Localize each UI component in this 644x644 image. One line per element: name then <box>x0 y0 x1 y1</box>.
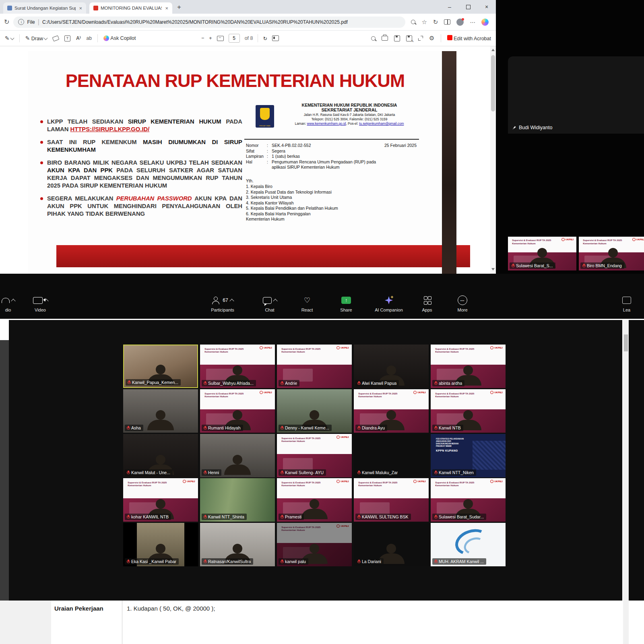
read-aloud-icon[interactable]: A⁾ <box>76 35 81 41</box>
mic-muted-icon <box>434 381 438 386</box>
sirup-link[interactable]: HTTPS://SIRUP.LKPP.GO.ID/ <box>70 126 150 132</box>
participant-tile[interactable]: Supervisi & Evaluasi RUP TA 2025Kementer… <box>277 478 352 522</box>
ai-companion-button[interactable]: AI Companion <box>368 295 410 312</box>
page-view-icon[interactable] <box>272 35 279 41</box>
participant-tile[interactable]: Kanwil_Papua_Kemen... <box>123 345 198 388</box>
info-icon[interactable]: i <box>18 19 24 25</box>
maximize-button[interactable] <box>459 0 477 14</box>
participant-name-tag: Alwi Kanwil Papua <box>355 380 399 386</box>
pdf-scrollbar[interactable] <box>490 46 496 274</box>
more-button[interactable]: More <box>442 295 483 312</box>
chat-icon <box>263 297 272 304</box>
slide-red-bar <box>56 245 470 267</box>
draw-tool[interactable]: ✎ Draw <box>25 35 47 41</box>
edit-with-acrobat-button[interactable]: Edit with Acrobat <box>447 35 491 41</box>
print-icon[interactable] <box>382 36 388 41</box>
leave-partial-button[interactable]: Lea <box>606 295 644 312</box>
scrollbar-thumb[interactable] <box>624 334 628 351</box>
participant-tile[interactable]: Supervisi & Evaluasi RUP TA 2025Kementer… <box>431 345 506 388</box>
participant-tile[interactable]: Kanwil NTT_Shinta <box>200 478 275 522</box>
select-tool-icon[interactable]: ✎ <box>5 35 14 41</box>
ukpbj-logo: UKPBJ <box>183 480 195 483</box>
participant-tile[interactable]: Asha <box>123 389 198 433</box>
fullscreen-icon[interactable] <box>418 36 423 41</box>
favorites-star-icon[interactable]: ☆ <box>421 19 427 26</box>
save-as-icon[interactable] <box>406 35 412 41</box>
participant-tile[interactable]: La Dariani <box>354 523 429 566</box>
participant-tile[interactable]: Supervisi & Evaluasi RUP TA 2025Kementer… <box>200 389 275 433</box>
participant-tile[interactable]: Supervisi & Evaluasi RUP TA 2025Kementer… <box>277 523 352 566</box>
participant-tile[interactable]: Supervisi & Evaluasi RUP TA 2025Kementer… <box>354 389 429 433</box>
eraser-icon[interactable] <box>52 35 60 41</box>
split-screen-icon[interactable] <box>444 19 450 25</box>
reload-icon[interactable]: ↻ <box>4 18 9 26</box>
participant-tile[interactable]: Denny - Kanwil Keme... <box>277 389 352 433</box>
shared-screen-scrollbar[interactable] <box>623 320 629 644</box>
share-button[interactable]: Share <box>325 295 367 312</box>
refresh-sync-icon[interactable]: ↻ <box>433 19 438 26</box>
participant-tile[interactable]: Ratnasari/KanwilSultra <box>200 523 275 566</box>
zoom-out-icon[interactable]: − <box>201 35 204 41</box>
letterhead-org: KEMENTERIAN HUKUM REPUBLIK INDONESIA <box>280 103 419 107</box>
mic-muted-icon <box>203 426 207 430</box>
chevron-up-icon[interactable] <box>229 299 234 303</box>
chevron-up-icon[interactable] <box>11 299 15 303</box>
participant-name-tag: KANWIL SULTENG BSK <box>355 514 411 520</box>
participant-tile[interactable]: Eka Kasi _Kanwil Pabar <box>123 523 198 566</box>
pdf-viewport[interactable]: PENATAAN RUP KEMENTERIAN HUKUM LKPP TELA… <box>0 46 496 274</box>
copilot-icon[interactable] <box>481 19 489 26</box>
text-tool-icon[interactable]: T <box>64 35 70 41</box>
close-button[interactable]: × <box>477 0 496 14</box>
participant-tile[interactable]: Supervisi & Evaluasi RUP TA 2025Kementer… <box>277 434 352 477</box>
participant-tile[interactable]: Henni <box>200 434 275 477</box>
minimize-button[interactable]: – <box>440 0 459 14</box>
participant-tile[interactable]: Supervisi & Evaluasi RUP TA 2025Kementer… <box>431 389 506 433</box>
participant-tile[interactable]: Supervisi & Evaluasi RUP TA 2025Kementer… <box>123 478 198 522</box>
slide-page: PENATAAN RUP KEMENTERIAN HUKUM LKPP TELA… <box>28 51 442 274</box>
participant-name-tag: La Dariani <box>355 558 384 565</box>
settings-gear-icon[interactable]: ⚙ <box>429 35 434 42</box>
participant-tile[interactable]: Kanwil Malut - Une... <box>123 434 198 477</box>
react-button[interactable]: ♡ React <box>286 295 328 312</box>
zoom-floating-panel: Budi Widiyanto Supervisi & Evaluasi RUP … <box>496 0 644 274</box>
chat-button[interactable]: Chat <box>249 295 291 312</box>
save-icon[interactable] <box>394 35 400 41</box>
tab-close-icon[interactable]: × <box>164 5 169 11</box>
participants-button[interactable]: 67 Participants <box>199 295 246 312</box>
participant-tile[interactable]: Alwi Kanwil Papua <box>354 345 429 388</box>
participant-tile[interactable]: Supervisi & Evaluasi RUP TA 2025Kementer… <box>431 478 506 522</box>
chevron-up-icon[interactable] <box>273 299 277 303</box>
participant-tile[interactable]: Supervisi & Evaluasi RUP TA 2025Kementer… <box>508 237 576 270</box>
tab-surat-undangan[interactable]: Surat Undangan Kegiatan Superv × <box>3 2 86 14</box>
scroll-up-icon[interactable] <box>491 49 495 51</box>
participant-tile[interactable]: Kanwil Maluku_Zar <box>354 434 429 477</box>
presentation-overlay-text: FGD STRATEGI PELAKSANAANANGGARAN 2025DAN… <box>436 438 464 452</box>
tab-close-icon[interactable]: × <box>78 5 83 11</box>
translate-icon[interactable]: ab <box>87 35 92 41</box>
browser-menu-icon[interactable]: ⋯ <box>470 19 475 25</box>
pin-icon <box>512 126 516 130</box>
rotate-icon[interactable]: ↻ <box>263 35 267 41</box>
zoom-search-icon[interactable] <box>411 20 415 24</box>
search-icon[interactable] <box>371 36 376 41</box>
participant-name-tag: Asha <box>125 425 143 431</box>
zoom-in-icon[interactable]: + <box>209 35 212 41</box>
participant-tile[interactable]: FGD STRATEGI PELAKSANAANANGGARAN 2025DAN… <box>431 434 506 477</box>
video-button[interactable]: Video <box>19 295 61 312</box>
profile-avatar[interactable] <box>456 19 464 26</box>
active-speaker-tile[interactable]: Budi Widiyanto <box>508 56 644 134</box>
participant-tile[interactable]: MUH. AKRAM Kanwil ... <box>431 523 506 566</box>
participant-name: KANWIL SULTENG BSK <box>362 514 409 519</box>
new-tab-button[interactable]: + <box>177 3 181 11</box>
participant-tile[interactable]: Supervisi & Evaluasi RUP TA 2025Kementer… <box>277 345 352 388</box>
scrollbar-thumb[interactable] <box>491 55 495 111</box>
fit-width-icon[interactable] <box>217 36 224 41</box>
tab-monitoring-evaluasi[interactable]: MONITORING DAN EVALUASI RU × <box>89 2 172 14</box>
scroll-down-icon[interactable] <box>491 268 495 270</box>
page-number-input[interactable]: 5 <box>229 34 240 43</box>
url-field[interactable]: i File | C:/Users/SETJEN/Downloads/Evalu… <box>13 17 405 28</box>
participant-tile[interactable]: Supervisi & Evaluasi RUP TA 2025Kementer… <box>354 478 429 522</box>
ask-copilot-button[interactable]: Ask Copilot <box>103 35 136 41</box>
participant-tile[interactable]: Supervisi & Evaluasi RUP TA 2025Kementer… <box>579 237 644 270</box>
participant-tile[interactable]: Supervisi & Evaluasi RUP TA 2025Kementer… <box>200 345 275 388</box>
